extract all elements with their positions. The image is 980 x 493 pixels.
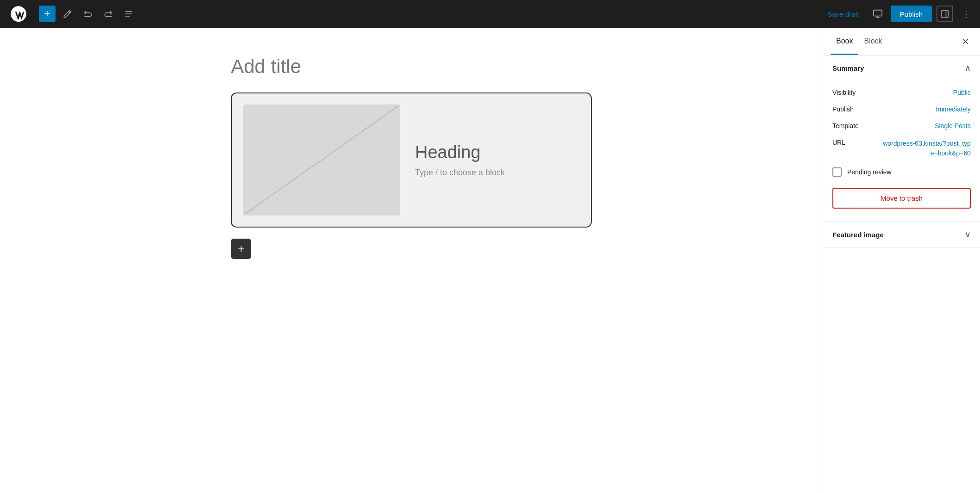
undo-icon — [83, 9, 93, 18]
url-value[interactable]: wordpress-63.kinsta/?post_type=book&p=60 — [874, 139, 971, 158]
list-view-button[interactable] — [120, 6, 137, 22]
monitor-icon — [873, 9, 883, 19]
plus-icon-bottom: + — [238, 242, 244, 255]
svg-rect-7 — [942, 11, 949, 18]
main-layout: Heading Type / to choose a block + Book … — [0, 28, 980, 493]
block-container[interactable]: Heading Type / to choose a block — [231, 92, 592, 228]
block-image-placeholder — [243, 105, 400, 216]
block-subtext: Type / to choose a block — [415, 168, 580, 178]
chevron-up-icon — [965, 63, 971, 73]
publish-label: Publish — [832, 105, 874, 113]
list-view-icon — [124, 9, 133, 18]
add-block-bottom-button[interactable]: + — [231, 239, 251, 259]
publish-row: Publish Immediately — [832, 101, 971, 117]
visibility-label: Visibility — [832, 89, 874, 96]
pending-review-row: Pending review — [832, 163, 971, 184]
template-value[interactable]: Single Posts — [874, 122, 971, 129]
sidebar-tabs: Book Block ✕ — [823, 28, 980, 55]
more-options-button[interactable]: ⋮ — [958, 6, 974, 22]
pending-review-label: Pending review — [847, 168, 892, 176]
featured-image-section: Featured image — [823, 222, 980, 247]
featured-image-title: Featured image — [832, 231, 884, 239]
wp-logo — [6, 0, 31, 28]
pending-review-checkbox[interactable] — [832, 167, 842, 177]
featured-image-header[interactable]: Featured image — [823, 222, 980, 247]
summary-title: Summary — [832, 64, 864, 72]
template-row: Template Single Posts — [832, 117, 971, 134]
toolbar: + Save dra — [0, 0, 980, 28]
undo-button[interactable] — [80, 6, 96, 22]
title-input[interactable] — [231, 55, 592, 78]
editor-area: Heading Type / to choose a block + — [0, 28, 823, 493]
preview-button[interactable] — [869, 6, 886, 22]
sidebar-toggle-icon — [940, 9, 949, 18]
svg-rect-4 — [874, 10, 882, 16]
publish-value[interactable]: Immediately — [874, 105, 971, 113]
pen-icon — [63, 9, 72, 18]
toolbar-right: Save draft Publish ⋮ — [822, 6, 974, 22]
toolbar-left: + — [6, 0, 818, 28]
tab-book[interactable]: Book — [831, 29, 858, 55]
redo-icon — [104, 9, 113, 18]
template-label: Template — [832, 122, 874, 129]
summary-section: Summary Visibility Public Publish Immedi… — [823, 55, 980, 222]
url-row: URL wordpress-63.kinsta/?post_type=book&… — [832, 134, 971, 163]
publish-button[interactable]: Publish — [891, 6, 932, 22]
editor-inner: Heading Type / to choose a block + — [231, 55, 592, 259]
plus-icon: + — [44, 8, 50, 20]
summary-section-header[interactable]: Summary — [823, 55, 980, 80]
redo-button[interactable] — [100, 6, 117, 22]
block-heading: Heading — [415, 142, 580, 162]
more-icon: ⋮ — [961, 8, 971, 19]
sidebar-toggle-button[interactable] — [937, 6, 953, 22]
save-draft-button[interactable]: Save draft — [822, 6, 864, 22]
block-text-area: Heading Type / to choose a block — [415, 142, 580, 178]
close-icon: ✕ — [961, 36, 969, 47]
sidebar: Book Block ✕ Summary Visibility Public P… — [823, 28, 980, 493]
visibility-value[interactable]: Public — [874, 89, 971, 96]
edit-tool-button[interactable] — [59, 6, 76, 22]
add-block-button[interactable]: + — [39, 6, 56, 22]
sidebar-close-button[interactable]: ✕ — [958, 34, 973, 49]
tab-block[interactable]: Block — [858, 29, 887, 55]
summary-content: Visibility Public Publish Immediately Te… — [823, 80, 980, 222]
url-label: URL — [832, 139, 874, 146]
chevron-down-icon — [965, 229, 971, 240]
visibility-row: Visibility Public — [832, 84, 971, 101]
move-to-trash-button[interactable]: Move to trash — [832, 188, 971, 209]
